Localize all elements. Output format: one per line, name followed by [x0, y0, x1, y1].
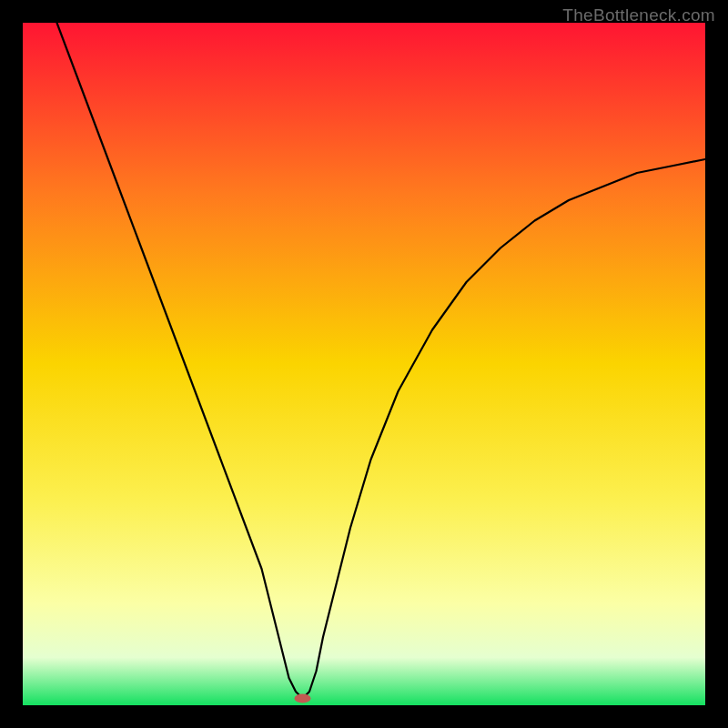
optimal-point-marker [295, 694, 311, 703]
chart-container: TheBottleneck.com [0, 0, 728, 728]
bottleneck-chart [23, 23, 705, 705]
gradient-background [23, 23, 705, 705]
plot-area [23, 23, 705, 705]
watermark-text: TheBottleneck.com [562, 5, 715, 25]
